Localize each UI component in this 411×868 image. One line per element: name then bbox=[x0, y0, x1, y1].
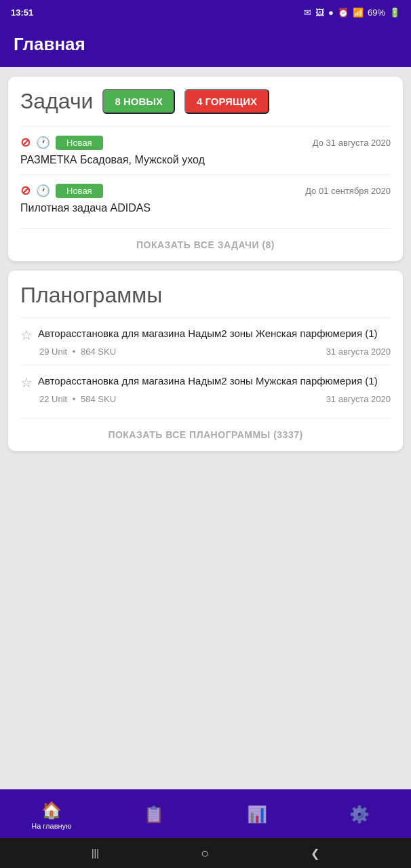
planogram-name: Авторасстановка для магазина Надым2 зоны… bbox=[38, 374, 378, 388]
main-content: Задачи 8 НОВЫХ 4 ГОРЯЩИХ ⊘ 🕐 Новая До 31… bbox=[0, 67, 411, 789]
tasks-card: Задачи 8 НОВЫХ 4 ГОРЯЩИХ ⊘ 🕐 Новая До 31… bbox=[8, 77, 403, 261]
status-time: 13:51 bbox=[11, 7, 33, 18]
plano-item-header: ☆ Авторасстановка для магазина Надым2 зо… bbox=[20, 374, 391, 391]
planograms-nav-icon: 📊 bbox=[247, 805, 267, 824]
planogram-item[interactable]: ☆ Авторасстановка для магазина Надым2 зо… bbox=[20, 365, 391, 412]
plano-meta-left: 22 Unit • 584 SKU bbox=[39, 394, 116, 404]
bottom-nav: 🏠 На главную 📋 📊 ⚙️ bbox=[0, 789, 411, 838]
task-deadline: До 31 августа 2020 bbox=[313, 138, 391, 148]
planogram-name: Авторасстановка для магазина Надым2 зоны… bbox=[38, 326, 378, 340]
badge-new-tasks[interactable]: 8 НОВЫХ bbox=[102, 89, 175, 114]
clock-icon: 🕐 bbox=[36, 184, 50, 198]
nav-item-settings[interactable]: ⚙️ bbox=[309, 805, 412, 826]
plano-units: 22 Unit bbox=[39, 394, 67, 404]
image-icon: 🖼 bbox=[315, 7, 324, 18]
show-all-planograms-button[interactable]: ПОКАЗАТЬ ВСЕ ПЛАНОГРАММЫ (3337) bbox=[20, 418, 391, 451]
exclamation-icon: ⊘ bbox=[20, 135, 31, 150]
plano-sku: 864 SKU bbox=[81, 347, 116, 357]
home-icon: 🏠 bbox=[41, 801, 62, 820]
planogram-item[interactable]: ☆ Авторасстановка для магазина Надым2 зо… bbox=[20, 317, 391, 365]
show-all-tasks-button[interactable]: ПОКАЗАТЬ ВСЕ ЗАДАЧИ (8) bbox=[20, 228, 391, 261]
android-nav-bar: ||| ○ ❮ bbox=[0, 838, 411, 868]
mail-icon: ✉ bbox=[304, 7, 311, 18]
task-status-badge: Новая bbox=[56, 184, 103, 198]
plano-date: 31 августа 2020 bbox=[326, 347, 391, 357]
app-header: Главная bbox=[0, 24, 411, 67]
settings-nav-icon: ⚙️ bbox=[349, 805, 370, 824]
plano-item-header: ☆ Авторасстановка для магазина Надым2 зо… bbox=[20, 326, 391, 343]
home-nav-icon[interactable]: ○ bbox=[201, 846, 209, 861]
back-nav-icon[interactable]: ❮ bbox=[311, 847, 319, 860]
task-name: Пилотная задача ADIDAS bbox=[20, 202, 391, 214]
tasks-nav-icon: 📋 bbox=[144, 805, 164, 824]
battery-text: 69% bbox=[368, 7, 385, 18]
recent-apps-icon[interactable]: ||| bbox=[92, 848, 99, 859]
task-item[interactable]: ⊘ 🕐 Новая До 01 сентября 2020 Пилотная з… bbox=[20, 174, 391, 222]
plano-meta-row: 29 Unit • 864 SKU 31 августа 2020 bbox=[20, 347, 391, 357]
nav-item-tasks[interactable]: 📋 bbox=[103, 805, 206, 826]
wifi-icon: 📶 bbox=[353, 7, 364, 18]
battery-icon: 🔋 bbox=[389, 7, 400, 18]
star-icon[interactable]: ☆ bbox=[20, 374, 33, 391]
status-icons: ✉ 🖼 ● ⏰ 📶 69% 🔋 bbox=[304, 7, 400, 18]
clock-icon: 🕐 bbox=[36, 136, 50, 150]
task-status-badge: Новая bbox=[56, 136, 103, 150]
task-name: РАЗМЕТКА Бсадовая, Мужской уход bbox=[20, 154, 391, 166]
task-deadline: До 01 сентября 2020 bbox=[305, 186, 391, 196]
badge-hot-tasks[interactable]: 4 ГОРЯЩИХ bbox=[184, 89, 269, 114]
task-meta-row: ⊘ 🕐 Новая До 01 сентября 2020 bbox=[20, 183, 391, 198]
plano-meta-left: 29 Unit • 864 SKU bbox=[39, 347, 116, 357]
plano-date: 31 августа 2020 bbox=[326, 394, 391, 404]
plano-meta-row: 22 Unit • 584 SKU 31 августа 2020 bbox=[20, 394, 391, 404]
tasks-header-row: Задачи 8 НОВЫХ 4 ГОРЯЩИХ bbox=[20, 89, 391, 114]
planograms-title: Планограммы bbox=[20, 283, 391, 308]
tasks-title: Задачи bbox=[20, 89, 93, 114]
plano-units: 29 Unit bbox=[39, 347, 67, 357]
status-bar: 13:51 ✉ 🖼 ● ⏰ 📶 69% 🔋 bbox=[0, 0, 411, 24]
separator: • bbox=[73, 347, 76, 357]
task-meta-row: ⊘ 🕐 Новая До 31 августа 2020 bbox=[20, 135, 391, 150]
task-item[interactable]: ⊘ 🕐 Новая До 31 августа 2020 РАЗМЕТКА Бс… bbox=[20, 126, 391, 174]
dot-icon: ● bbox=[328, 7, 334, 18]
star-icon[interactable]: ☆ bbox=[20, 327, 33, 343]
planograms-card: Планограммы ☆ Авторасстановка для магази… bbox=[8, 271, 403, 451]
page-title: Главная bbox=[14, 34, 85, 54]
exclamation-icon: ⊘ bbox=[20, 183, 31, 198]
separator: • bbox=[73, 394, 76, 404]
nav-item-planograms[interactable]: 📊 bbox=[206, 805, 309, 826]
plano-sku: 584 SKU bbox=[81, 394, 116, 404]
nav-item-home[interactable]: 🏠 На главную bbox=[0, 801, 103, 830]
alarm-icon: ⏰ bbox=[338, 7, 349, 18]
nav-label-home: На главную bbox=[31, 822, 71, 830]
